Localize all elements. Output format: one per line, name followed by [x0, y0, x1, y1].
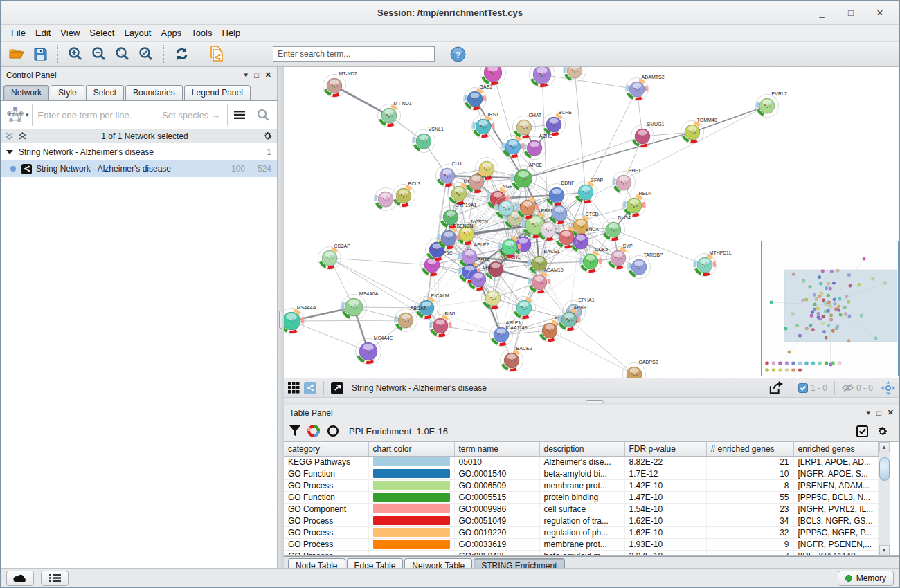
table-row[interactable]: KEGG Pathways05010Alzheimer's dise...8.8…	[284, 456, 878, 468]
table-row[interactable]: GO FunctionGO:0001540beta-amyloid bi...1…	[284, 468, 878, 479]
network-node-bin1[interactable]: BIN1	[429, 311, 456, 338]
menu-apps[interactable]: Apps	[156, 26, 187, 39]
select-columns-icon[interactable]	[856, 425, 868, 437]
network-node-mthfd1l[interactable]: MTHFD1L	[694, 250, 732, 277]
string-logo-button[interactable]: STRING ▾	[3, 104, 33, 126]
network-node-gab2[interactable]: GAB2	[464, 84, 493, 111]
network-canvas[interactable]: MT-ND2MT-ND1VSNL1GAB2IRS1CHATBCHEACHESMU…	[284, 67, 899, 378]
splitter-handle[interactable]	[279, 311, 282, 329]
export-network-icon[interactable]	[768, 381, 784, 395]
splitter-handle[interactable]	[586, 400, 604, 403]
table-row[interactable]: GO ProcessGO:0006509membrane prot...1.42…	[284, 479, 878, 491]
network-node-mt-nd1[interactable]: MT-ND1	[378, 101, 412, 127]
menu-tools[interactable]: Tools	[186, 26, 217, 39]
memory-button[interactable]: Memory	[838, 571, 894, 586]
minimize-button[interactable]: _	[812, 4, 831, 21]
save-session-button[interactable]	[30, 44, 51, 64]
network-collection-row[interactable]: String Network - Alzheimer's disease 1	[1, 144, 277, 160]
gear-icon[interactable]	[262, 131, 273, 141]
network-node-ms4a4e[interactable]: MS4A4E	[356, 336, 393, 365]
network-node-bche[interactable]: BCHE	[543, 110, 573, 136]
maximize-button[interactable]: □	[841, 4, 861, 21]
panel-menu-icon[interactable]: ▾	[244, 71, 249, 80]
tab-network[interactable]: Network	[3, 85, 49, 100]
table-scrollbar[interactable]: ▲ ▼	[879, 442, 890, 555]
vertical-splitter[interactable]	[278, 67, 284, 568]
network-node-vsnl1[interactable]: VSNL1	[413, 127, 444, 153]
pan-navigation-icon[interactable]	[881, 381, 895, 395]
network-node-tomm40[interactable]: TOMM40	[681, 118, 717, 144]
string-term-input[interactable]: Enter one term per line.	[33, 110, 163, 120]
network-node[interactable]	[482, 287, 505, 310]
network-node[interactable]	[375, 188, 397, 211]
ring-icon[interactable]	[327, 425, 339, 437]
share-view-icon[interactable]	[304, 382, 316, 394]
tab-style[interactable]: Style	[51, 85, 84, 100]
network-node-reln[interactable]: RELN	[623, 191, 652, 217]
task-list-button[interactable]	[41, 571, 69, 586]
tree-expanded-icon[interactable]	[6, 149, 13, 155]
grid-view-icon[interactable]	[288, 382, 300, 394]
network-node-ms4a6a[interactable]: MS4A6A	[341, 291, 379, 320]
network-overview-minimap[interactable]	[761, 241, 899, 376]
chart-color-donut-icon[interactable]	[307, 425, 320, 437]
network-node-apoe[interactable]: APOE	[511, 163, 543, 192]
zoom-in-button[interactable]	[65, 44, 86, 64]
network-node-adamts2[interactable]: ADAMTS2	[626, 75, 665, 101]
column-header[interactable]: term name	[454, 442, 539, 456]
column-header[interactable]: enriched genes	[793, 442, 878, 456]
network-node-pvrl2[interactable]: PVRL2	[756, 91, 787, 118]
table-row[interactable]: GO ProcessGO:0051049regulation of tra...…	[284, 515, 878, 526]
network-node-mt-nd2[interactable]: MT-ND2	[323, 71, 357, 98]
collapse-all-icon[interactable]	[5, 131, 14, 140]
filter-icon[interactable]	[289, 425, 300, 437]
network-node-abca7[interactable]: ABCA7	[395, 306, 426, 332]
panel-menu-icon[interactable]: ▾	[867, 408, 871, 417]
network-node[interactable]	[480, 67, 506, 86]
tab-legend-panel[interactable]: Legend Panel	[184, 85, 251, 100]
table-row[interactable]: GO ProcessGO:0019220regulation of ph...1…	[284, 526, 878, 538]
tab-boundaries[interactable]: Boundaries	[125, 85, 183, 100]
menu-edit[interactable]: Edit	[30, 26, 55, 39]
string-options-button[interactable]	[227, 104, 251, 126]
set-species-hint[interactable]: Set species →	[162, 110, 227, 120]
minimap-viewport[interactable]	[784, 270, 897, 342]
refresh-button[interactable]	[171, 44, 192, 64]
column-header[interactable]: category	[284, 442, 368, 456]
expand-all-icon[interactable]	[18, 131, 27, 140]
tab-select[interactable]: Select	[86, 85, 124, 100]
table-row[interactable]: GO ProcessGO:0050435beta-amyloid m...2.0…	[284, 550, 878, 556]
scroll-up-arrow[interactable]: ▲	[879, 442, 890, 452]
network-node-dlg4[interactable]: DLG4	[602, 215, 631, 241]
panel-close-icon[interactable]: ✕	[265, 71, 271, 80]
network-node-bace2[interactable]: BACE2	[501, 346, 532, 372]
search-input[interactable]	[273, 46, 435, 62]
network-node-ctsd[interactable]: CTSD	[570, 212, 599, 238]
menu-file[interactable]: File	[6, 26, 30, 39]
table-row[interactable]: GO ProcessGO:0033619membrane prot...1.93…	[284, 538, 878, 550]
table-row[interactable]: GO FunctionGO:0005515protein binding1.47…	[284, 491, 878, 503]
table-row[interactable]: GO ComponentGO:0009986cell surface1.54E-…	[284, 503, 878, 515]
zoom-fit-button[interactable]	[112, 44, 133, 64]
column-header[interactable]: description	[539, 442, 624, 456]
help-button[interactable]: ?	[447, 44, 468, 64]
cloud-tasks-button[interactable]	[6, 571, 34, 586]
open-session-button[interactable]	[6, 44, 27, 64]
menu-view[interactable]: View	[55, 26, 84, 39]
clone-network-button[interactable]	[206, 44, 227, 64]
column-header[interactable]: chart color	[368, 442, 454, 456]
panel-float-icon[interactable]: □	[876, 409, 881, 417]
network-row-selected[interactable]: String Network - Alzheimer's disease 100…	[1, 160, 277, 177]
network-node-cd2ap[interactable]: CD2AP	[318, 244, 351, 270]
menu-help[interactable]: Help	[217, 26, 246, 39]
network-node-tardbp[interactable]: TARDBP	[628, 252, 663, 279]
detach-view-icon[interactable]	[331, 382, 343, 394]
horizontal-splitter[interactable]	[284, 397, 899, 405]
panel-close-icon[interactable]: ✕	[888, 408, 894, 417]
network-node[interactable]	[530, 67, 555, 88]
scroll-down-arrow[interactable]: ▼	[879, 545, 890, 555]
network-node-ms4a4a[interactable]: MS4A4A	[284, 305, 316, 334]
menu-layout[interactable]: Layout	[119, 26, 156, 39]
gear-icon[interactable]	[876, 425, 888, 437]
menu-select[interactable]: Select	[84, 26, 119, 39]
